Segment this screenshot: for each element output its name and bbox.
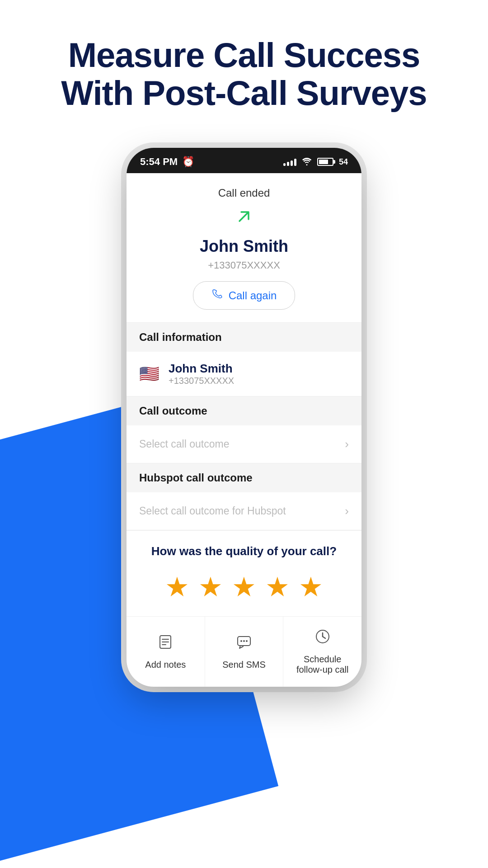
status-time: 5:54 PM ⏰ — [140, 156, 194, 168]
chevron-right-icon-2: › — [345, 504, 349, 518]
battery-level: 54 — [339, 157, 348, 167]
signal-bar-3 — [291, 160, 293, 166]
phone-icon — [211, 288, 223, 303]
send-sms-button[interactable]: Send SMS — [205, 617, 284, 687]
battery-fill — [319, 160, 328, 164]
status-time-text: 5:54 PM — [140, 156, 178, 168]
title-line2: With Post-Call Surveys — [61, 74, 427, 112]
call-information-header: Call information — [127, 323, 361, 352]
flag-icon: 🇺🇸 — [139, 364, 160, 383]
page-wrapper: Measure Call Success With Post-Call Surv… — [0, 0, 488, 868]
notes-icon — [157, 634, 174, 654]
star-1[interactable]: ★ — [165, 571, 189, 603]
status-bar: 5:54 PM ⏰ — [127, 148, 361, 173]
call-information-row: 🇺🇸 John Smith +133075XXXXX — [127, 352, 361, 396]
hubspot-outcome-select-row[interactable]: Select call outcome for Hubspot › — [127, 492, 361, 530]
add-notes-button[interactable]: Add notes — [127, 617, 205, 687]
schedule-call-button[interactable]: Schedule follow-up call — [283, 617, 361, 687]
alarm-icon: ⏰ — [182, 156, 194, 168]
call-outcome-header: Call outcome — [127, 396, 361, 425]
schedule-icon — [314, 628, 331, 649]
header-section: Measure Call Success With Post-Call Surv… — [0, 0, 488, 130]
schedule-call-label: Schedule follow-up call — [291, 654, 354, 675]
status-icons: 54 — [283, 157, 348, 167]
contact-name-display: John Smith — [200, 237, 288, 256]
signal-bar-2 — [287, 162, 289, 166]
stars-row: ★ ★ ★ ★ ★ — [139, 571, 349, 603]
contact-phone-display: +133075XXXXX — [208, 259, 280, 271]
star-3[interactable]: ★ — [232, 571, 256, 603]
call-ended-section: Call ended John Smith +133075XXXXX Call … — [127, 173, 361, 322]
svg-point-6 — [243, 640, 245, 642]
battery-icon — [317, 158, 333, 166]
call-ended-label: Call ended — [218, 187, 270, 199]
main-title: Measure Call Success With Post-Call Surv… — [27, 36, 461, 112]
call-again-button[interactable]: Call again — [193, 281, 296, 310]
send-sms-label: Send SMS — [222, 660, 266, 670]
add-notes-label: Add notes — [145, 660, 186, 670]
call-outcome-select-row[interactable]: Select call outcome › — [127, 425, 361, 463]
hubspot-outcome-header: Hubspot call outcome — [127, 463, 361, 492]
call-info-name: John Smith — [169, 362, 234, 376]
star-2[interactable]: ★ — [198, 571, 223, 603]
call-again-label: Call again — [229, 289, 277, 302]
svg-point-5 — [240, 640, 242, 642]
call-information-title: Call information — [139, 331, 222, 343]
signal-bar-1 — [283, 163, 286, 166]
hubspot-outcome-title: Hubspot call outcome — [139, 472, 253, 484]
star-4[interactable]: ★ — [265, 571, 290, 603]
sms-icon — [236, 634, 252, 654]
action-buttons: Add notes Send SMS — [127, 616, 361, 687]
wifi-icon — [302, 158, 312, 166]
call-info-contact: John Smith +133075XXXXX — [169, 362, 234, 386]
title-line1: Measure Call Success — [68, 36, 420, 74]
phone-mockup: 5:54 PM ⏰ — [127, 148, 361, 687]
svg-point-7 — [246, 640, 248, 642]
svg-line-10 — [323, 637, 325, 638]
chevron-right-icon-1: › — [345, 437, 349, 451]
call-outcome-title: Call outcome — [139, 405, 207, 417]
quality-section: How was the quality of your call? ★ ★ ★ … — [127, 530, 361, 616]
hubspot-outcome-placeholder: Select call outcome for Hubspot — [139, 505, 286, 517]
signal-icon — [283, 158, 296, 166]
star-5[interactable]: ★ — [299, 571, 323, 603]
signal-bar-4 — [294, 159, 296, 166]
call-info-phone: +133075XXXXX — [169, 376, 234, 386]
quality-question: How was the quality of your call? — [139, 544, 349, 558]
call-outcome-placeholder: Select call outcome — [139, 438, 229, 450]
call-arrow-icon — [234, 207, 254, 230]
phone-container: 5:54 PM ⏰ — [127, 148, 361, 687]
